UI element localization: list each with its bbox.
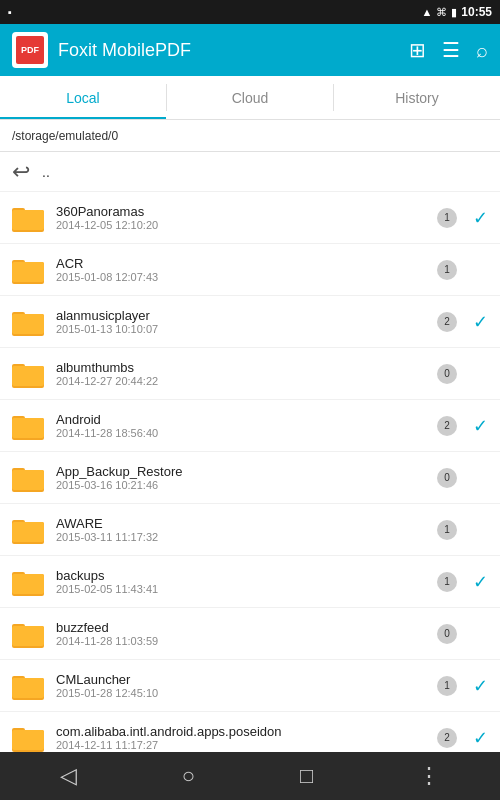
file-date: 2015-01-13 10:10:07 [56, 323, 425, 335]
app-bar-actions: ⊞ ☰ ⌕ [409, 38, 488, 62]
current-path: /storage/emulated/0 [12, 129, 118, 143]
folder-icon [12, 620, 44, 648]
file-check-icon: ✓ [473, 311, 488, 333]
svg-rect-8 [12, 314, 44, 334]
list-view-icon[interactable]: ☰ [442, 38, 460, 62]
file-name: Android [56, 412, 425, 427]
tab-cloud[interactable]: Cloud [167, 76, 333, 119]
search-icon[interactable]: ⌕ [476, 39, 488, 62]
file-info: 360Panoramas2014-12-05 12:10:20 [56, 204, 425, 231]
file-count-badge: 2 [437, 728, 457, 748]
file-row[interactable]: alanmusicplayer2015-01-13 10:10:072✓ [0, 296, 500, 348]
svg-rect-29 [12, 678, 44, 698]
tab-history[interactable]: History [334, 76, 500, 119]
file-count-badge: 0 [437, 624, 457, 644]
file-row[interactable]: Android2014-11-28 18:56:402✓ [0, 400, 500, 452]
folder-icon [12, 308, 44, 336]
folder-icon [12, 724, 44, 752]
file-check-icon: ✓ [473, 727, 488, 749]
file-count-badge: 2 [437, 312, 457, 332]
file-name: App_Backup_Restore [56, 464, 425, 479]
file-info: buzzfeed2014-11-28 11:03:59 [56, 620, 425, 647]
status-left: ▪ [8, 6, 12, 18]
folder-icon [12, 672, 44, 700]
file-info: AWARE2015-03-11 11:17:32 [56, 516, 425, 543]
back-row[interactable]: ↩ .. [0, 152, 500, 192]
bottom-nav: ◁ ○ □ ⋮ [0, 752, 500, 800]
file-row[interactable]: com.alibaba.intl.android.apps.poseidon20… [0, 712, 500, 752]
file-count-badge: 0 [437, 468, 457, 488]
svg-rect-14 [12, 418, 44, 438]
file-list[interactable]: ↩ .. 360Panoramas2014-12-05 12:10:201✓ A… [0, 152, 500, 752]
file-name: AWARE [56, 516, 425, 531]
app-logo: PDF [12, 32, 48, 68]
file-name: alanmusicplayer [56, 308, 425, 323]
battery-icon: ▮ [451, 6, 457, 19]
folder-icon [12, 464, 44, 492]
file-name: buzzfeed [56, 620, 425, 635]
file-info: backups2015-02-05 11:43:41 [56, 568, 425, 595]
folder-icon [12, 516, 44, 544]
app-title: Foxit MobilePDF [58, 40, 399, 61]
back-arrow-icon: ↩ [12, 159, 30, 185]
file-row[interactable]: CMLauncher2015-01-28 12:45:101✓ [0, 660, 500, 712]
file-row[interactable]: App_Backup_Restore2015-03-16 10:21:460✓ [0, 452, 500, 504]
back-button[interactable]: ◁ [60, 763, 77, 789]
file-check-icon: ✓ [473, 207, 488, 229]
time-display: 10:55 [461, 5, 492, 19]
folder-icon [12, 204, 44, 232]
folder-icon [12, 256, 44, 284]
tab-local[interactable]: Local [0, 76, 166, 119]
file-name: com.alibaba.intl.android.apps.poseidon [56, 724, 425, 739]
file-date: 2014-11-28 18:56:40 [56, 427, 425, 439]
file-rows-container: 360Panoramas2014-12-05 12:10:201✓ ACR201… [0, 192, 500, 752]
file-date: 2015-03-11 11:17:32 [56, 531, 425, 543]
file-count-badge: 2 [437, 416, 457, 436]
file-row[interactable]: AWARE2015-03-11 11:17:321✓ [0, 504, 500, 556]
file-date: 2014-12-05 12:10:20 [56, 219, 425, 231]
back-label: .. [42, 164, 50, 180]
file-date: 2015-01-28 12:45:10 [56, 687, 425, 699]
file-name: CMLauncher [56, 672, 425, 687]
file-check-icon: ✓ [473, 415, 488, 437]
file-count-badge: 1 [437, 208, 457, 228]
svg-rect-32 [12, 730, 44, 750]
file-name: albumthumbs [56, 360, 425, 375]
svg-rect-17 [12, 470, 44, 490]
more-button[interactable]: ⋮ [418, 763, 440, 789]
svg-rect-20 [12, 522, 44, 542]
file-date: 2015-03-16 10:21:46 [56, 479, 425, 491]
status-bar: ▪ ▲ ⌘ ▮ 10:55 [0, 0, 500, 24]
file-count-badge: 0 [437, 364, 457, 384]
file-info: albumthumbs2014-12-27 20:44:22 [56, 360, 425, 387]
file-info: com.alibaba.intl.android.apps.poseidon20… [56, 724, 425, 751]
file-info: Android2014-11-28 18:56:40 [56, 412, 425, 439]
file-info: App_Backup_Restore2015-03-16 10:21:46 [56, 464, 425, 491]
recent-button[interactable]: □ [300, 763, 313, 789]
file-info: alanmusicplayer2015-01-13 10:10:07 [56, 308, 425, 335]
file-name: 360Panoramas [56, 204, 425, 219]
file-count-badge: 1 [437, 572, 457, 592]
file-date: 2014-12-27 20:44:22 [56, 375, 425, 387]
file-date: 2015-01-08 12:07:43 [56, 271, 425, 283]
file-row[interactable]: buzzfeed2014-11-28 11:03:590✓ [0, 608, 500, 660]
folder-icon [12, 568, 44, 596]
tab-bar: LocalCloudHistory [0, 76, 500, 120]
file-name: ACR [56, 256, 425, 271]
grid-view-icon[interactable]: ⊞ [409, 38, 426, 62]
app-bar: PDF Foxit MobilePDF ⊞ ☰ ⌕ [0, 24, 500, 76]
file-date: 2014-12-11 11:17:27 [56, 739, 425, 751]
file-row[interactable]: ACR2015-01-08 12:07:431✓ [0, 244, 500, 296]
svg-rect-23 [12, 574, 44, 594]
home-button[interactable]: ○ [182, 763, 195, 789]
file-check-icon: ✓ [473, 675, 488, 697]
file-row[interactable]: albumthumbs2014-12-27 20:44:220✓ [0, 348, 500, 400]
file-check-icon: ✓ [473, 571, 488, 593]
status-right: ▲ ⌘ ▮ 10:55 [421, 5, 492, 19]
app-logo-text: PDF [16, 36, 44, 64]
signal-icon: ▲ [421, 6, 432, 18]
file-date: 2014-11-28 11:03:59 [56, 635, 425, 647]
file-row[interactable]: backups2015-02-05 11:43:411✓ [0, 556, 500, 608]
file-row[interactable]: 360Panoramas2014-12-05 12:10:201✓ [0, 192, 500, 244]
notification-icon: ▪ [8, 6, 12, 18]
